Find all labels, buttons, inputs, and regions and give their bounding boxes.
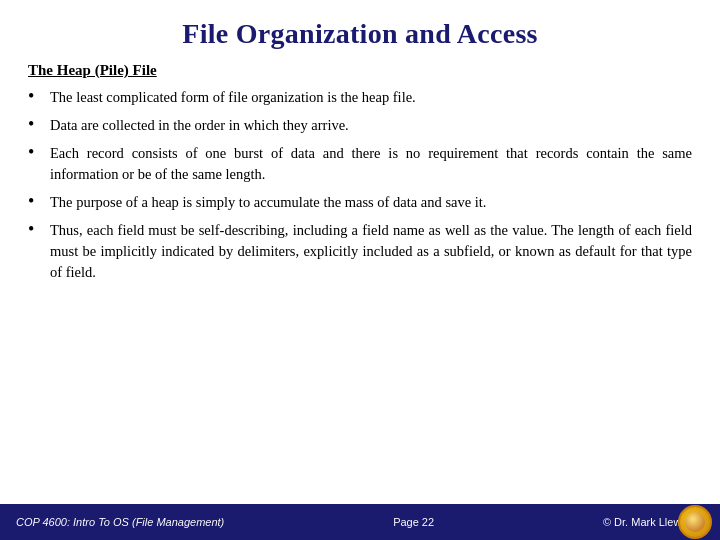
bullet-text-3: Each record consists of one burst of dat… <box>50 143 692 185</box>
bullet-dot: • <box>28 114 46 136</box>
list-item: • Each record consists of one burst of d… <box>28 143 692 185</box>
bullet-text-2: Data are collected in the order in which… <box>50 115 692 136</box>
bullet-dot: • <box>28 191 46 213</box>
list-item: • The least complicated form of file org… <box>28 87 692 108</box>
list-item: • Thus, each field must be self-describi… <box>28 220 692 283</box>
footer-course: COP 4600: Intro To OS (File Management) <box>16 516 224 528</box>
section-heading: The Heap (Pile) File <box>28 62 692 79</box>
footer-logo <box>678 505 712 539</box>
bullet-dot: • <box>28 219 46 241</box>
slide-container: File Organization and Access The Heap (P… <box>0 0 720 540</box>
footer-logo-inner <box>685 512 705 532</box>
bullet-list: • The least complicated form of file org… <box>28 87 692 290</box>
bullet-dot: • <box>28 142 46 164</box>
list-item: • The purpose of a heap is simply to acc… <box>28 192 692 213</box>
list-item: • Data are collected in the order in whi… <box>28 115 692 136</box>
bullet-dot: • <box>28 86 46 108</box>
bullet-text-1: The least complicated form of file organ… <box>50 87 692 108</box>
slide-title: File Organization and Access <box>28 18 692 50</box>
bullet-text-5: Thus, each field must be self-describing… <box>50 220 692 283</box>
bullet-text-4: The purpose of a heap is simply to accum… <box>50 192 692 213</box>
footer: COP 4600: Intro To OS (File Management) … <box>0 504 720 540</box>
footer-page: Page 22 <box>393 516 434 528</box>
